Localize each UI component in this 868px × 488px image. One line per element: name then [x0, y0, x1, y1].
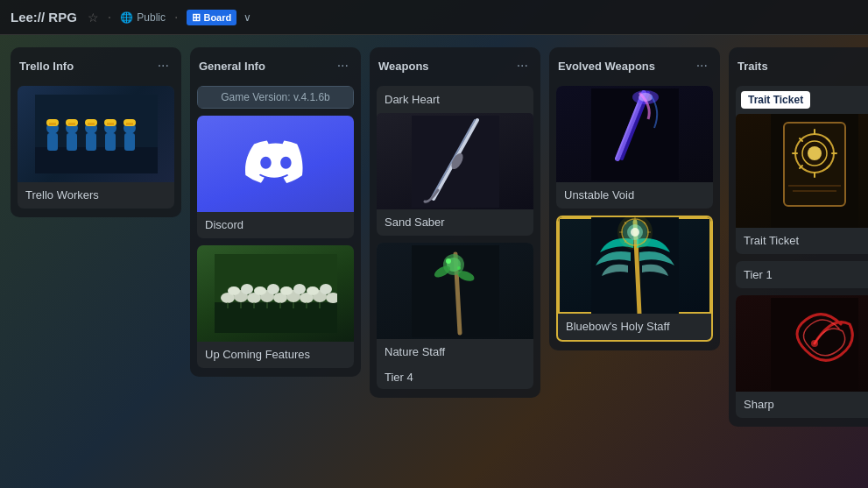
card-sharp[interactable]: Sharp	[736, 295, 868, 418]
svg-rect-7	[67, 133, 77, 151]
column-menu-button[interactable]: ···	[693, 56, 711, 75]
card-nature-staff[interactable]: Nature Staff Tier 4	[377, 243, 533, 389]
column-weapons: Weapons ··· Dark Heart	[370, 47, 540, 398]
svg-rect-19	[124, 133, 135, 151]
card-label-dark-heart: Dark Heart	[377, 86, 533, 113]
board-type-badge: ⊞ Board	[187, 10, 236, 25]
card-image-workers	[18, 86, 174, 182]
column-trello-info: Trello Info ···	[11, 47, 181, 217]
card-image-holy-staff	[558, 217, 711, 314]
column-title: Traits	[737, 60, 768, 73]
svg-rect-9	[68, 123, 75, 125]
card-label-discord: Discord	[197, 212, 354, 238]
board-area: Trello Info ···	[0, 35, 868, 488]
column-traits: Traits ··· Trait Ticket	[729, 47, 868, 427]
card-label-nature-staff: Nature Staff	[377, 339, 533, 365]
svg-point-86	[808, 146, 822, 160]
svg-rect-17	[107, 123, 114, 125]
card-label-upcoming-features: Up Coming Features	[197, 342, 354, 368]
svg-point-57	[446, 258, 451, 264]
column-title: General Info	[199, 60, 265, 73]
sharp-illustration	[771, 298, 858, 390]
svg-point-98	[811, 340, 818, 347]
column-general-info: General Info ··· Game Version: v.4.1.6b …	[190, 47, 361, 377]
card-label-sand-saber: Sand Saber	[377, 209, 533, 236]
column-menu-button[interactable]: ···	[513, 56, 532, 75]
sand-saber-illustration	[412, 116, 499, 208]
svg-rect-3	[47, 133, 58, 151]
board-icon: ⊞	[192, 11, 201, 24]
discord-logo	[245, 140, 307, 188]
column-menu-button[interactable]: ···	[154, 56, 173, 75]
features-illustration	[215, 254, 337, 333]
column-header-trello-info: Trello Info ···	[18, 56, 174, 79]
column-header-evolved-weapons: Evolved Weapons ···	[556, 56, 713, 79]
card-label-unstable-void: Unstable Void	[556, 182, 713, 209]
visibility-indicator: 🌐 Public	[120, 11, 166, 24]
card-dark-heart-sand-saber[interactable]: Dark Heart Sand Saber	[377, 86, 533, 236]
card-image-trait-ticket	[736, 114, 868, 228]
svg-point-40	[320, 284, 332, 294]
card-unstable-void[interactable]: Unstable Void	[556, 86, 713, 209]
card-discord[interactable]: Discord	[197, 116, 354, 238]
svg-point-33	[228, 286, 240, 295]
top-navigation: Lee:// RPG ☆ · 🌐 Public · ⊞ Board ∨	[0, 0, 868, 35]
svg-rect-21	[126, 123, 133, 125]
svg-rect-1	[35, 147, 158, 173]
card-upcoming-features[interactable]: Up Coming Features	[197, 245, 354, 368]
board-menu-chevron[interactable]: ∨	[243, 11, 251, 24]
svg-point-38	[293, 284, 306, 294]
svg-point-58	[457, 266, 461, 270]
svg-point-34	[241, 284, 253, 294]
svg-rect-13	[88, 123, 95, 125]
svg-rect-23	[215, 302, 337, 333]
workers-illustration	[35, 95, 158, 173]
card-image-unstable-void	[556, 86, 713, 182]
card-label-tier1: Tier 1	[736, 261, 868, 288]
column-title: Trello Info	[19, 60, 74, 73]
column-title: Weapons	[378, 60, 429, 73]
unstable-void-illustration	[591, 88, 679, 180]
svg-point-35	[254, 286, 266, 295]
card-label-trait-ticket: Trait Ticket	[736, 228, 868, 254]
card-game-version[interactable]: Game Version: v.4.1.6b	[197, 86, 354, 109]
card-label-holy-staff: Bluebow's Holy Staff	[558, 314, 711, 340]
card-image-sharp	[736, 295, 868, 392]
column-header-general-info: General Info ···	[197, 56, 354, 79]
column-header-traits: Traits ···	[736, 56, 868, 79]
svg-rect-11	[86, 133, 96, 151]
column-title: Evolved Weapons	[558, 60, 655, 73]
trait-ticket-illustration	[771, 114, 858, 228]
trait-ticket-badge: Trait Ticket	[741, 91, 810, 109]
svg-point-39	[307, 286, 319, 295]
nature-staff-illustration	[412, 245, 499, 337]
globe-icon: 🌐	[120, 11, 133, 24]
card-sublabel-tier4: Tier 4	[377, 365, 533, 389]
card-image-nature-staff	[377, 243, 533, 339]
card-trello-workers[interactable]: Trello Workers	[18, 86, 174, 209]
svg-point-36	[267, 284, 279, 294]
column-evolved-weapons: Evolved Weapons ···	[549, 47, 720, 350]
holy-staff-illustration	[591, 217, 679, 314]
version-badge: Game Version: v.4.1.6b	[197, 86, 354, 109]
svg-point-37	[280, 286, 293, 295]
board-title: Lee:// RPG	[11, 10, 77, 25]
card-trait-ticket[interactable]: Trait Ticket	[736, 86, 868, 254]
card-label-trello-workers: Trello Workers	[18, 182, 174, 209]
svg-rect-15	[105, 133, 116, 151]
card-image-sand-saber	[377, 113, 533, 209]
card-holy-staff[interactable]: Bluebow's Holy Staff	[556, 216, 713, 342]
card-tier1[interactable]: Tier 1	[736, 261, 868, 288]
column-header-weapons: Weapons ···	[377, 56, 533, 79]
card-image-discord	[197, 116, 354, 212]
card-image-features	[197, 245, 354, 342]
column-menu-button[interactable]: ···	[334, 56, 352, 75]
star-button[interactable]: ☆	[88, 11, 99, 25]
svg-rect-61	[591, 88, 679, 180]
svg-rect-5	[49, 123, 56, 125]
card-label-sharp: Sharp	[736, 392, 868, 418]
